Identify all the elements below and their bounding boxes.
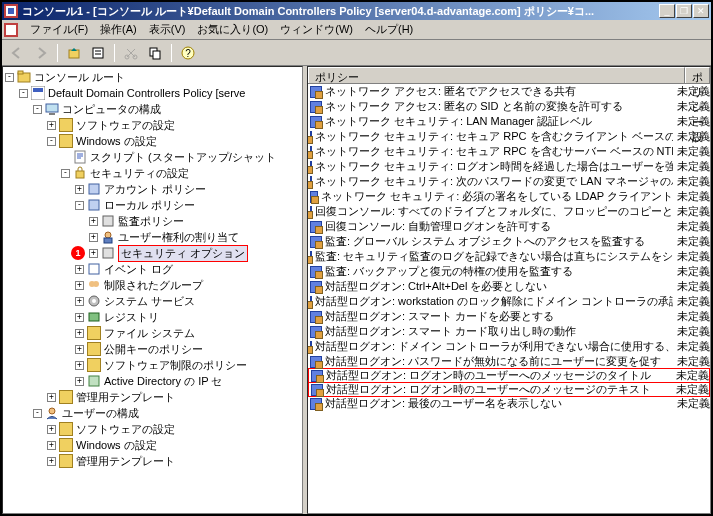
expand-toggle[interactable]: - bbox=[33, 105, 42, 114]
list-row[interactable]: 対話型ログオン: パスワードが無効になる前にユーザーに変更を促す未定義 bbox=[308, 354, 710, 369]
maximize-button[interactable]: ❐ bbox=[676, 4, 692, 18]
expand-toggle[interactable]: + bbox=[75, 281, 84, 290]
list-row[interactable]: 対話型ログオン: Ctrl+Alt+Del を必要としない未定義 bbox=[308, 279, 710, 294]
col-setting[interactable]: ポリシー設 bbox=[685, 67, 710, 83]
tree-label[interactable]: ファイル システム bbox=[104, 326, 195, 341]
list-row[interactable]: ネットワーク アクセス: 匿名でアクセスできる共有未定義 bbox=[308, 84, 710, 99]
list-row[interactable]: ネットワーク セキュリティ: セキュア RPC を含むクライアント ベースの N… bbox=[308, 129, 710, 144]
list-row[interactable]: ネットワーク アクセス: 匿名の SID と名前の変換を許可する未定義 bbox=[308, 99, 710, 114]
tree-label[interactable]: システム サービス bbox=[104, 294, 195, 309]
list-row[interactable]: ネットワーク セキュリティ: セキュア RPC を含むサーバー ベースの NTL… bbox=[308, 144, 710, 159]
expand-toggle[interactable]: - bbox=[33, 409, 42, 418]
minimize-button[interactable]: _ bbox=[659, 4, 675, 18]
menu-favorites[interactable]: お気に入り(O) bbox=[191, 20, 274, 39]
list-header: ポリシー ポリシー設 bbox=[308, 67, 710, 84]
tree-label[interactable]: 管理用テンプレート bbox=[76, 390, 175, 405]
tree-label-selected[interactable]: セキュリティ オプション bbox=[118, 245, 248, 262]
expand-toggle[interactable]: + bbox=[47, 121, 56, 130]
tree-label[interactable]: ユーザーの構成 bbox=[62, 406, 139, 421]
tree-label[interactable]: アカウント ポリシー bbox=[104, 182, 206, 197]
expand-toggle[interactable]: + bbox=[75, 265, 84, 274]
back-button[interactable] bbox=[6, 42, 28, 64]
help-button[interactable]: ? bbox=[177, 42, 199, 64]
expand-toggle[interactable]: - bbox=[61, 169, 70, 178]
tree-label[interactable]: ソフトウェアの設定 bbox=[76, 422, 175, 437]
tree-label[interactable]: 監査ポリシー bbox=[118, 214, 184, 229]
list-row[interactable]: 対話型ログオン: workstation のロック解除にドメイン コントローラの… bbox=[308, 294, 710, 309]
tree-label[interactable]: 管理用テンプレート bbox=[76, 454, 175, 469]
list-row[interactable]: 対話型ログオン: ログオン時のユーザーへのメッセージのテキスト未定義 bbox=[308, 382, 710, 397]
list-row[interactable]: 対話型ログオン: スマート カードを必要とする未定義 bbox=[308, 309, 710, 324]
list-row[interactable]: ネットワーク セキュリティ: LAN Manager 認証レベル未定義 bbox=[308, 114, 710, 129]
expand-toggle[interactable]: + bbox=[47, 425, 56, 434]
list-row[interactable]: 対話型ログオン: 最後のユーザー名を表示しない未定義 bbox=[308, 396, 710, 411]
list-row[interactable]: 対話型ログオン: スマート カード取り出し時の動作未定義 bbox=[308, 324, 710, 339]
expand-toggle[interactable]: + bbox=[89, 249, 98, 258]
tree-label[interactable]: ローカル ポリシー bbox=[104, 198, 195, 213]
expand-toggle[interactable]: + bbox=[75, 297, 84, 306]
window-title: コンソール1 - [コンソール ルート¥Default Domain Contr… bbox=[22, 4, 659, 19]
menu-help[interactable]: ヘルプ(H) bbox=[359, 20, 419, 39]
tree-label[interactable]: レジストリ bbox=[104, 310, 159, 325]
list-row[interactable]: 対話型ログオン: ドメイン コントローラが利用できない場合に使用する、...未定… bbox=[308, 339, 710, 354]
menu-action[interactable]: 操作(A) bbox=[94, 20, 143, 39]
folder-icon bbox=[87, 358, 101, 372]
cut-button[interactable] bbox=[120, 42, 142, 64]
tree-label[interactable]: コンソール ルート bbox=[34, 70, 125, 85]
tree-label[interactable]: ユーザー権利の割り当て bbox=[118, 230, 239, 245]
tree-label[interactable]: ソフトウェア制限のポリシー bbox=[104, 358, 247, 373]
expand-toggle[interactable]: + bbox=[47, 457, 56, 466]
menu-window[interactable]: ウィンドウ(W) bbox=[274, 20, 359, 39]
policy-item-icon bbox=[310, 146, 312, 158]
list-row[interactable]: ネットワーク セキュリティ: ログオン時間を経過した場合はユーザーを強制...未… bbox=[308, 159, 710, 174]
tree-label[interactable]: スクリプト (スタートアップ/シャット bbox=[90, 150, 276, 165]
list-row[interactable]: 監査: グローバル システム オブジェクトへのアクセスを監査する未定義 bbox=[308, 234, 710, 249]
tree-label[interactable]: コンピュータの構成 bbox=[62, 102, 161, 117]
policy-item-icon bbox=[310, 116, 322, 128]
tree-label[interactable]: ソフトウェアの設定 bbox=[76, 118, 175, 133]
tree-label[interactable]: Active Directory の IP セ bbox=[104, 374, 222, 389]
expand-toggle[interactable]: + bbox=[75, 185, 84, 194]
list-row[interactable]: 監査: バックアップと復元の特権の使用を監査する未定義 bbox=[308, 264, 710, 279]
expand-toggle[interactable]: - bbox=[75, 201, 84, 210]
list-row[interactable]: 回復コンソール: 自動管理ログオンを許可する未定義 bbox=[308, 219, 710, 234]
policy-item-icon bbox=[310, 191, 318, 203]
col-policy[interactable]: ポリシー bbox=[308, 67, 685, 83]
expand-toggle[interactable]: + bbox=[47, 393, 56, 402]
list-row[interactable]: ネットワーク セキュリティ: 次のパスワードの変更で LAN マネージャのハッ.… bbox=[308, 174, 710, 189]
tree-label[interactable]: Windows の設定 bbox=[76, 134, 157, 149]
expand-toggle[interactable]: + bbox=[75, 313, 84, 322]
expand-toggle[interactable]: + bbox=[47, 441, 56, 450]
tree-label[interactable]: 制限されたグループ bbox=[104, 278, 203, 293]
app-icon bbox=[4, 4, 18, 18]
list-row[interactable]: 対話型ログオン: ログオン時のユーザーへのメッセージのタイトル未定義 bbox=[308, 368, 710, 383]
expand-toggle[interactable]: + bbox=[75, 377, 84, 386]
forward-button[interactable] bbox=[30, 42, 52, 64]
copy-button[interactable] bbox=[144, 42, 166, 64]
tree-label[interactable]: 公開キーのポリシー bbox=[104, 342, 203, 357]
tree-label[interactable]: イベント ログ bbox=[104, 262, 173, 277]
svg-point-33 bbox=[92, 299, 96, 303]
properties-button[interactable] bbox=[87, 42, 109, 64]
tree-label[interactable]: Default Domain Controllers Policy [serve bbox=[48, 87, 245, 99]
list-row[interactable]: 監査: セキュリティ監査のログを記録できない場合は直ちにシステムをシ...未定義 bbox=[308, 249, 710, 264]
list-body[interactable]: 2 3 ネットワーク アクセス: 匿名でアクセスできる共有未定義ネットワーク ア… bbox=[308, 84, 710, 513]
menu-view[interactable]: 表示(V) bbox=[143, 20, 192, 39]
close-button[interactable]: ✕ bbox=[693, 4, 709, 18]
expand-toggle[interactable]: + bbox=[89, 233, 98, 242]
tree-pane[interactable]: -コンソール ルート -Default Domain Controllers P… bbox=[2, 66, 303, 514]
list-row[interactable]: 回復コンソール: すべてのドライブとフォルダに、フロッピーのコピーとアクセ...… bbox=[308, 204, 710, 219]
list-row[interactable]: ネットワーク セキュリティ: 必須の署名をしている LDAP クライアント未定義 bbox=[308, 189, 710, 204]
expand-toggle[interactable]: + bbox=[75, 345, 84, 354]
expand-toggle[interactable]: + bbox=[75, 361, 84, 370]
expand-toggle[interactable]: - bbox=[5, 73, 14, 82]
expand-toggle[interactable]: - bbox=[47, 137, 56, 146]
expand-toggle[interactable]: + bbox=[89, 217, 98, 226]
menu-file[interactable]: ファイル(F) bbox=[24, 20, 94, 39]
expand-toggle[interactable]: - bbox=[19, 89, 28, 98]
up-button[interactable] bbox=[63, 42, 85, 64]
folder-icon bbox=[59, 134, 73, 148]
tree-label[interactable]: Windows の設定 bbox=[76, 438, 157, 453]
expand-toggle[interactable]: + bbox=[75, 329, 84, 338]
tree-label[interactable]: セキュリティの設定 bbox=[90, 166, 189, 181]
